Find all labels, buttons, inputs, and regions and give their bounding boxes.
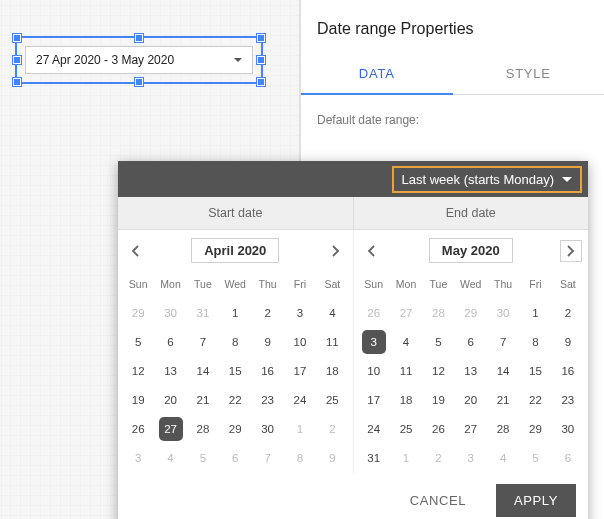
calendar-day[interactable]: 4 (316, 298, 348, 327)
calendar-day[interactable]: 5 (519, 443, 551, 472)
calendar-day[interactable]: 4 (154, 443, 186, 472)
calendar-day[interactable]: 27 (154, 414, 186, 443)
calendar-day[interactable]: 7 (487, 327, 519, 356)
calendar-day[interactable]: 13 (455, 356, 487, 385)
tab-style[interactable]: STYLE (453, 54, 605, 94)
calendar-day[interactable]: 11 (316, 327, 348, 356)
calendar-day[interactable]: 6 (552, 443, 584, 472)
calendar-day[interactable]: 5 (422, 327, 454, 356)
calendar-day[interactable]: 27 (455, 414, 487, 443)
calendar-day[interactable]: 3 (122, 443, 154, 472)
calendar-day[interactable]: 24 (358, 414, 390, 443)
resize-handle[interactable] (13, 56, 21, 64)
calendar-day[interactable]: 9 (251, 327, 283, 356)
calendar-day[interactable]: 14 (187, 356, 219, 385)
calendar-day[interactable]: 6 (455, 327, 487, 356)
calendar-day[interactable]: 7 (187, 327, 219, 356)
apply-button[interactable]: APPLY (496, 484, 576, 517)
calendar-day[interactable]: 2 (422, 443, 454, 472)
calendar-day[interactable]: 16 (251, 356, 283, 385)
calendar-day[interactable]: 18 (316, 356, 348, 385)
calendar-day[interactable]: 17 (284, 356, 316, 385)
calendar-day[interactable]: 5 (187, 443, 219, 472)
calendar-day[interactable]: 19 (422, 385, 454, 414)
calendar-day[interactable]: 4 (487, 443, 519, 472)
calendar-day[interactable]: 29 (519, 414, 551, 443)
calendar-day[interactable]: 9 (316, 443, 348, 472)
calendar-day[interactable]: 18 (390, 385, 422, 414)
next-month-button[interactable] (560, 240, 582, 262)
calendar-day[interactable]: 8 (519, 327, 551, 356)
resize-handle[interactable] (13, 78, 21, 86)
calendar-day[interactable]: 13 (154, 356, 186, 385)
calendar-day[interactable]: 2 (251, 298, 283, 327)
calendar-day[interactable]: 10 (358, 356, 390, 385)
calendar-day[interactable]: 12 (122, 356, 154, 385)
calendar-day[interactable]: 15 (519, 356, 551, 385)
calendar-day[interactable]: 3 (284, 298, 316, 327)
calendar-day[interactable]: 17 (358, 385, 390, 414)
calendar-day[interactable]: 1 (219, 298, 251, 327)
calendar-day[interactable]: 2 (316, 414, 348, 443)
calendar-day[interactable]: 15 (219, 356, 251, 385)
calendar-day[interactable]: 19 (122, 385, 154, 414)
resize-handle[interactable] (13, 34, 21, 42)
calendar-day[interactable]: 14 (487, 356, 519, 385)
prev-month-button[interactable] (124, 240, 146, 262)
calendar-day[interactable]: 16 (552, 356, 584, 385)
calendar-day[interactable]: 22 (519, 385, 551, 414)
tab-data[interactable]: DATA (301, 54, 453, 95)
calendar-day[interactable]: 3 (455, 443, 487, 472)
calendar-day[interactable]: 8 (284, 443, 316, 472)
calendar-day[interactable]: 6 (219, 443, 251, 472)
calendar-day[interactable]: 5 (122, 327, 154, 356)
resize-handle[interactable] (135, 78, 143, 86)
calendar-day[interactable]: 23 (552, 385, 584, 414)
calendar-day[interactable]: 26 (422, 414, 454, 443)
selection-frame[interactable]: 27 Apr 2020 - 3 May 2020 (15, 36, 263, 84)
calendar-day[interactable]: 28 (487, 414, 519, 443)
tab-start-date[interactable]: Start date (118, 197, 353, 229)
calendar-day[interactable]: 24 (284, 385, 316, 414)
calendar-day[interactable]: 22 (219, 385, 251, 414)
calendar-day[interactable]: 9 (552, 327, 584, 356)
calendar-day[interactable]: 28 (422, 298, 454, 327)
calendar-day[interactable]: 31 (358, 443, 390, 472)
resize-handle[interactable] (257, 34, 265, 42)
calendar-day[interactable]: 30 (552, 414, 584, 443)
tab-end-date[interactable]: End date (353, 197, 589, 229)
calendar-day[interactable]: 28 (187, 414, 219, 443)
calendar-day[interactable]: 25 (316, 385, 348, 414)
calendar-day[interactable]: 4 (390, 327, 422, 356)
calendar-day[interactable]: 26 (358, 298, 390, 327)
preset-dropdown[interactable]: Last week (starts Monday) (392, 166, 582, 193)
calendar-day[interactable]: 20 (154, 385, 186, 414)
calendar-day[interactable]: 21 (187, 385, 219, 414)
calendar-day[interactable]: 30 (251, 414, 283, 443)
calendar-day[interactable]: 1 (390, 443, 422, 472)
calendar-day[interactable]: 29 (219, 414, 251, 443)
calendar-day[interactable]: 20 (455, 385, 487, 414)
calendar-day[interactable]: 30 (487, 298, 519, 327)
calendar-day[interactable]: 2 (552, 298, 584, 327)
resize-handle[interactable] (135, 34, 143, 42)
next-month-button[interactable] (325, 240, 347, 262)
resize-handle[interactable] (257, 78, 265, 86)
calendar-day[interactable]: 10 (284, 327, 316, 356)
calendar-day[interactable]: 12 (422, 356, 454, 385)
calendar-day[interactable]: 1 (519, 298, 551, 327)
cancel-button[interactable]: CANCEL (392, 484, 484, 517)
calendar-day[interactable]: 25 (390, 414, 422, 443)
calendar-day[interactable]: 27 (390, 298, 422, 327)
calendar-day[interactable]: 29 (122, 298, 154, 327)
calendar-day[interactable]: 23 (251, 385, 283, 414)
date-range-control[interactable]: 27 Apr 2020 - 3 May 2020 (25, 46, 253, 74)
month-title[interactable]: May 2020 (429, 238, 513, 263)
prev-month-button[interactable] (360, 240, 382, 262)
calendar-day[interactable]: 6 (154, 327, 186, 356)
calendar-day[interactable]: 1 (284, 414, 316, 443)
month-title[interactable]: April 2020 (191, 238, 279, 263)
calendar-day[interactable]: 8 (219, 327, 251, 356)
calendar-day[interactable]: 7 (251, 443, 283, 472)
calendar-day[interactable]: 21 (487, 385, 519, 414)
